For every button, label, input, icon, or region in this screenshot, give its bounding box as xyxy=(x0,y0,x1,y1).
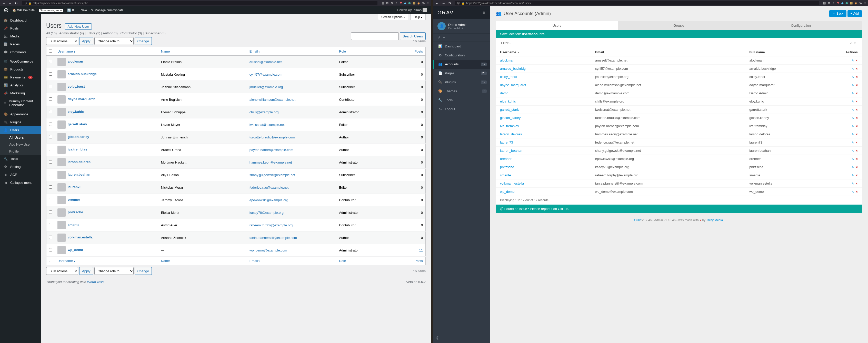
issue-banner[interactable]: ⓘ Found an issue? Please report it on Gi… xyxy=(496,205,862,213)
email-link[interactable]: shany.gulgowski@example.net xyxy=(249,173,295,177)
email-link[interactable]: hammes.keon@example.net xyxy=(249,160,292,164)
email-link[interactable]: epowlowski@example.org xyxy=(249,198,288,202)
edit-icon[interactable]: ✎ xyxy=(851,108,854,111)
grav-username-link[interactable]: colby_feest xyxy=(500,75,517,79)
plus-icon[interactable]: + xyxy=(443,36,445,39)
col-name[interactable]: Name xyxy=(158,47,247,56)
bulk-actions-select-bottom[interactable]: Bulk actions xyxy=(46,267,78,275)
sidebar-item-products[interactable]: 📦Products xyxy=(0,65,41,73)
edit-icon[interactable]: ✎ xyxy=(851,182,854,185)
col-email[interactable]: Email⇅ xyxy=(247,47,336,56)
row-checkbox[interactable] xyxy=(49,97,52,101)
submenu-item[interactable]: All Users xyxy=(0,134,41,141)
delete-icon[interactable]: ✖ xyxy=(856,125,858,128)
email-link[interactable]: chills@example.org xyxy=(249,110,279,114)
username-link[interactable]: iva.tremblay xyxy=(68,147,87,151)
settings-icon[interactable]: ⚙ xyxy=(391,2,393,5)
change-button[interactable]: Change xyxy=(135,37,152,45)
gcol-email[interactable]: Email xyxy=(591,48,745,56)
delete-icon[interactable]: ✖ xyxy=(856,133,858,136)
email-link[interactable]: jmueller@example.org xyxy=(249,85,283,89)
tab-groups[interactable]: Groups xyxy=(618,21,740,30)
delete-icon[interactable]: ✖ xyxy=(856,92,858,95)
edit-icon[interactable]: ✎ xyxy=(851,116,854,120)
forward-icon[interactable]: → xyxy=(8,1,12,5)
username-link[interactable]: colby.feest xyxy=(68,85,85,88)
ext-icon[interactable]: ≫ xyxy=(859,2,862,5)
delete-icon[interactable]: ✖ xyxy=(856,141,858,144)
delete-icon[interactable]: ✖ xyxy=(856,75,858,79)
grav-username-link[interactable]: arnaldo_buckridg xyxy=(500,67,526,70)
ext-icon[interactable]: ◉ xyxy=(855,2,857,5)
back-icon[interactable]: ← xyxy=(2,1,5,5)
username-link[interactable]: lauren73 xyxy=(68,185,81,189)
username-link[interactable]: volkman.estella xyxy=(68,235,93,239)
forward-icon[interactable]: → xyxy=(442,1,445,5)
change-role-select[interactable]: Change role to… xyxy=(94,37,133,45)
edit-icon[interactable]: ✎ xyxy=(851,133,854,136)
sidebar-item-pages[interactable]: 📄Pages xyxy=(0,40,41,48)
ext-icon[interactable]: ▦ xyxy=(850,2,852,5)
grav-link[interactable]: Grav xyxy=(634,218,641,222)
url-bar-right[interactable]: ⓘ 🔒 https://wp2grav-dev.ddev.site/admin/… xyxy=(455,1,819,5)
username-link[interactable]: gibson.karley xyxy=(68,135,89,139)
ext-icon[interactable]: ▦ xyxy=(413,2,415,5)
delete-icon[interactable]: ✖ xyxy=(856,166,858,169)
search-users-input[interactable] xyxy=(351,32,399,40)
row-checkbox[interactable] xyxy=(49,211,52,214)
sidebar-item-posts[interactable]: 📌Posts xyxy=(0,24,41,32)
edit-icon[interactable]: ✎ xyxy=(851,157,854,160)
sidebar-item-settings[interactable]: ⚙Settings xyxy=(0,163,41,171)
settings-icon[interactable]: ⚙ xyxy=(828,2,830,5)
reader-icon[interactable]: ▤ xyxy=(381,2,384,5)
row-checkbox[interactable] xyxy=(49,198,52,201)
select-all-checkbox-bottom[interactable] xyxy=(49,259,52,262)
edit-icon[interactable]: ✎ xyxy=(851,59,854,62)
grav-username-link[interactable]: garrett_stark xyxy=(500,108,519,112)
grav-username-link[interactable]: smante xyxy=(500,173,511,177)
apply-button[interactable]: Apply xyxy=(79,37,93,45)
delete-icon[interactable]: ✖ xyxy=(856,100,858,103)
email-link[interactable]: cyril57@example.com xyxy=(249,72,282,76)
sidebar-item-dashboard[interactable]: 🏠Dashboard xyxy=(0,17,41,24)
gcol-username[interactable]: Username ▲ xyxy=(496,48,591,56)
delete-icon[interactable]: ✖ xyxy=(856,190,858,193)
bookmark-icon[interactable]: ☆ xyxy=(832,2,835,5)
new-link[interactable]: + New xyxy=(78,8,87,12)
email-link[interactable]: turcotte.braulio@example.com xyxy=(249,135,295,139)
edit-icon[interactable]: ✎ xyxy=(851,100,854,103)
sidebar-item-users[interactable]: 👤Users xyxy=(0,126,41,134)
page-size-select[interactable]: 20 ▾ xyxy=(848,41,858,45)
row-checkbox[interactable] xyxy=(49,123,52,126)
delete-icon[interactable]: ✖ xyxy=(856,67,858,70)
grav-username-link[interactable]: orenner xyxy=(500,157,512,161)
col-posts-bottom[interactable]: Posts xyxy=(389,257,426,265)
gcol-fullname[interactable]: Full name xyxy=(745,48,841,56)
edit-icon[interactable]: ✎ xyxy=(851,84,854,87)
username-link[interactable]: smante xyxy=(68,223,80,227)
username-link[interactable]: garrett.stark xyxy=(68,122,87,126)
username-link[interactable]: lauren.beahan xyxy=(68,173,90,176)
select-all-checkbox[interactable] xyxy=(49,49,52,53)
edit-icon[interactable]: ✎ xyxy=(851,141,854,144)
hamburger-icon[interactable]: ≡ xyxy=(864,2,866,5)
url-bar-left[interactable]: ⓘ 🔒 https://wp-dev.ddev.site/wp-admin/us… xyxy=(22,1,377,5)
row-checkbox[interactable] xyxy=(49,160,52,163)
delete-icon[interactable]: ✖ xyxy=(856,149,858,152)
delete-icon[interactable]: ✖ xyxy=(856,182,858,185)
row-checkbox[interactable] xyxy=(49,173,52,176)
row-checkbox[interactable] xyxy=(49,60,52,63)
filter-input[interactable] xyxy=(500,40,848,46)
grav-menu-dashboard[interactable]: 📊Dashboard xyxy=(433,42,490,51)
email-link[interactable]: federico.rau@example.net xyxy=(249,186,289,189)
shuffle-icon[interactable]: ⇄ xyxy=(437,36,440,39)
sidebar-item-payments[interactable]: 💳Payments1 xyxy=(0,73,41,81)
external-link-icon[interactable]: ⧉ xyxy=(483,11,486,14)
posts-link[interactable]: 11 xyxy=(419,248,423,252)
grav-menu-tools[interactable]: 🔧Tools xyxy=(433,96,490,104)
back-icon[interactable]: ← xyxy=(435,1,439,5)
row-checkbox[interactable] xyxy=(49,85,52,88)
tab-users[interactable]: Users xyxy=(496,21,618,30)
delete-icon[interactable]: ✖ xyxy=(856,108,858,111)
sidebar-item-appearance[interactable]: 🎨Appearance xyxy=(0,110,41,118)
